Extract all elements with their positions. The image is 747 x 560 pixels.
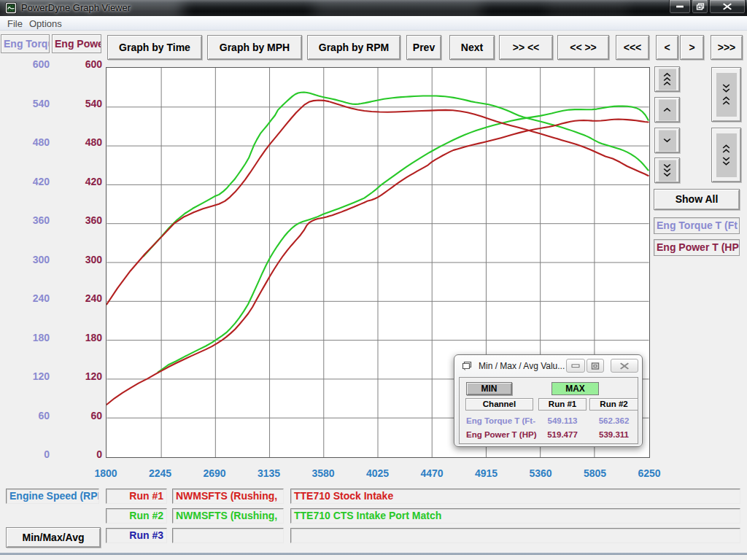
rpm-tick-label: 3580 [301, 467, 345, 479]
minmax-window[interactable]: Min / Max / Avg Valu... MIN MAX Channel … [454, 354, 643, 447]
power-tick-label: 360 [73, 214, 102, 226]
power-tick-label: 480 [73, 136, 102, 148]
minmax-close-icon [620, 362, 630, 370]
triple-chevron-up-icon [659, 69, 676, 90]
run-label-box[interactable]: Run #3 [106, 528, 167, 543]
minmax-content: MIN MAX Channel Run #1 Run #2 Eng Torque… [459, 377, 638, 444]
minmax-restore-icon [591, 362, 600, 370]
run-file-box[interactable]: NWMSFTS (Rushing, [172, 508, 284, 524]
minmax-row-channel: Eng Power T (HP) [466, 430, 538, 439]
column-header-run2: Run #2 [589, 398, 638, 411]
power-tick-label: 180 [73, 332, 102, 343]
run-file-box[interactable] [172, 528, 284, 543]
x-channel-box[interactable]: Engine Speed (RPM) [6, 489, 99, 504]
graph-by-rpm-button[interactable]: Graph by RPM [307, 35, 400, 60]
run-label-box[interactable]: Run #1 [106, 489, 167, 504]
power-tick-label: 240 [73, 292, 102, 304]
rpm-tick-label: 4025 [356, 467, 400, 479]
compress-vertical-button[interactable] [711, 67, 741, 122]
scale-down-fast-button[interactable] [654, 158, 680, 183]
zoom-out-x-button[interactable]: << >> [557, 35, 609, 60]
torque-tick-label: 600 [20, 58, 50, 70]
minmax-row-value: 519.477 [538, 430, 587, 439]
zoom-in-x-button[interactable]: >> << [499, 35, 553, 60]
graph-by-time-button[interactable]: Graph by Time [107, 35, 202, 60]
prev-button[interactable]: Prev [406, 35, 441, 60]
rpm-tick-label: 6250 [627, 467, 671, 479]
menu-bar: File Options [0, 16, 747, 31]
rpm-tick-label: 4470 [410, 467, 454, 479]
scale-down-button[interactable] [654, 128, 680, 153]
minmax-minimize-icon [571, 364, 580, 368]
minmax-row-value: 562.362 [589, 416, 638, 425]
max-toggle-button[interactable]: MAX [551, 382, 599, 395]
window-bottom-border [0, 553, 747, 555]
torque-axis-tab[interactable]: Eng Torque T (Ft- [1, 34, 50, 53]
torque-tick-label: 120 [20, 370, 50, 382]
power-tick-label: 0 [73, 448, 102, 460]
torque-tick-label: 60 [20, 410, 50, 421]
minmax-row-value: 539.311 [589, 430, 638, 439]
rpm-tick-label: 2690 [193, 467, 236, 479]
menu-file[interactable]: File [3, 18, 27, 30]
close-button[interactable] [709, 0, 746, 14]
legend-torque[interactable]: Eng Torque T (Ft [654, 217, 740, 234]
run-desc-box[interactable] [290, 528, 740, 543]
rpm-tick-label: 4915 [465, 467, 508, 479]
run1-torque-curve [107, 101, 648, 305]
maximize-button[interactable] [692, 0, 708, 14]
torque-tick-label: 240 [20, 292, 50, 304]
minimize-icon [676, 5, 684, 9]
run-desc-box[interactable]: TTE710 Stock Intake [290, 489, 740, 504]
minmax-close-button[interactable] [611, 359, 638, 373]
rpm-tick-label: 5360 [519, 467, 562, 479]
min-toggle-button[interactable]: MIN [466, 382, 512, 395]
rpm-tick-label: 1800 [84, 467, 128, 479]
scroll-right-fast-button[interactable]: >>> [711, 35, 743, 60]
app-icon [5, 2, 17, 14]
rpm-tick-label: 3135 [247, 467, 291, 479]
torque-tick-label: 360 [20, 214, 50, 226]
power-axis-tab[interactable]: Eng Power T (HP [52, 34, 101, 53]
minmax-row-channel: Eng Torque T (Ft- [466, 416, 535, 425]
titlebar-glass-smudge [314, 0, 481, 16]
power-tick-label: 60 [73, 410, 102, 421]
expand-vertical-button[interactable] [711, 128, 741, 182]
power-tick-label: 120 [73, 370, 102, 382]
close-icon [723, 3, 732, 11]
minmax-window-title: Min / Max / Avg Valu... [479, 361, 565, 371]
run-label-box[interactable]: Run #2 [106, 508, 167, 524]
power-tick-label: 420 [73, 176, 102, 187]
scale-up-button[interactable] [654, 97, 680, 122]
rpm-tick-label: 5805 [573, 467, 617, 479]
show-all-button[interactable]: Show All [654, 189, 740, 210]
scale-up-fast-button[interactable] [654, 66, 680, 92]
torque-tick-label: 420 [20, 176, 50, 187]
menu-options[interactable]: Options [25, 18, 66, 30]
run-desc-box[interactable]: TTE710 CTS Intake Port Match [290, 508, 740, 524]
column-header-channel: Channel [465, 398, 533, 411]
restore-icon [696, 3, 705, 11]
minmax-row-value: 549.113 [538, 416, 587, 425]
minimize-button[interactable] [669, 0, 691, 14]
next-button[interactable]: Next [449, 35, 495, 60]
graph-by-mph-button[interactable]: Graph by MPH [207, 35, 302, 60]
rpm-tick-label: 2245 [139, 467, 182, 479]
scroll-left-fast-button[interactable]: <<< [616, 35, 649, 60]
column-header-run1: Run #1 [538, 398, 587, 411]
chevrons-outward-icon [716, 133, 737, 177]
minmax-minimize-button[interactable] [566, 359, 585, 373]
titlebar-glass-smudge [547, 0, 627, 16]
run-file-box[interactable]: NWMSFTS (Rushing, [172, 489, 284, 504]
minmaxavg-button[interactable]: Min/Max/Avg [6, 527, 101, 548]
triple-chevron-down-icon [659, 160, 676, 181]
scroll-right-button[interactable]: > [680, 35, 704, 60]
minmax-restore-button[interactable] [587, 359, 604, 373]
power-tick-label: 300 [73, 254, 102, 265]
legend-power[interactable]: Eng Power T (HP [654, 239, 740, 256]
title-bar: PowerDyne Graph Viewer [0, 0, 747, 16]
window-title: PowerDyne Graph Viewer [21, 2, 131, 13]
scroll-left-button[interactable]: < [656, 35, 678, 60]
torque-tick-label: 300 [20, 254, 50, 265]
power-tick-label: 600 [73, 58, 102, 70]
